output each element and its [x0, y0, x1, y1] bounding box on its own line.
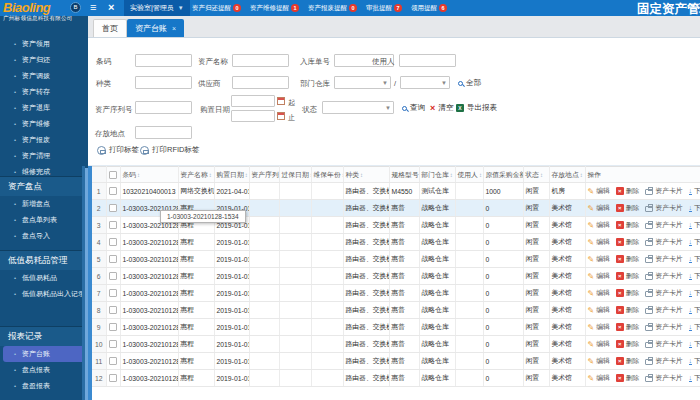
- asset-name-input[interactable]: [232, 54, 289, 67]
- nav-borrow-reminder[interactable]: 领用提醒6: [411, 4, 447, 13]
- delete-button[interactable]: ×删除: [616, 237, 640, 247]
- nav-approval-reminder[interactable]: 审批提醒7: [366, 4, 402, 13]
- table-row[interactable]: 7 1-03003-20210128-15 惠程 2019-01-01 路由器、…: [92, 285, 700, 302]
- table-row[interactable]: 1 10320210400013 网络交换机 2021-04-01 路由器、交换…: [92, 183, 700, 200]
- download-button[interactable]: ↓下载: [689, 203, 700, 213]
- table-row[interactable]: 9 1-03003-20210128-15 惠程 2019-01-01 路由器、…: [92, 319, 700, 336]
- print-rfid-label-button[interactable]: 打印RFID标签: [140, 145, 200, 155]
- download-button[interactable]: ↓下载: [689, 288, 700, 298]
- delete-button[interactable]: ×删除: [616, 356, 640, 366]
- download-button[interactable]: ↓下载: [689, 237, 700, 247]
- download-button[interactable]: ↓下载: [689, 373, 700, 383]
- sidebar-item[interactable]: 盘点导入: [0, 228, 88, 244]
- date-from-input[interactable]: [231, 95, 275, 107]
- edit-button[interactable]: ✎编辑: [588, 203, 610, 213]
- status-select[interactable]: ▼: [322, 101, 394, 114]
- asset-card-button[interactable]: 资产卡片: [645, 288, 682, 298]
- supplier-input[interactable]: [232, 76, 289, 89]
- warehouse-select[interactable]: ▼: [400, 76, 450, 89]
- collapse-close-icon[interactable]: ×: [108, 2, 114, 13]
- delete-button[interactable]: ×删除: [616, 339, 640, 349]
- row-checkbox[interactable]: [106, 285, 120, 302]
- download-button[interactable]: ↓下载: [689, 322, 700, 332]
- asset-card-button[interactable]: 资产卡片: [645, 271, 682, 281]
- row-checkbox[interactable]: [106, 183, 120, 200]
- sidebar-item[interactable]: 资产转存: [0, 84, 88, 100]
- calendar-icon[interactable]: [277, 112, 285, 120]
- edit-button[interactable]: ✎编辑: [588, 356, 610, 366]
- edit-button[interactable]: ✎编辑: [588, 373, 610, 383]
- sidebar-item[interactable]: 盘点单列表: [0, 212, 88, 228]
- edit-button[interactable]: ✎编辑: [588, 186, 610, 196]
- col-kind[interactable]: 种类↕: [343, 167, 389, 183]
- dept-select[interactable]: ▼: [334, 76, 391, 89]
- col-barcode[interactable]: 条码↕: [120, 167, 178, 183]
- table-row[interactable]: 5 1-03003-20210128-15 惠程 2019-01-01 路由器、…: [92, 251, 700, 268]
- row-checkbox[interactable]: [106, 336, 120, 353]
- nav-asset-repair-reminder[interactable]: 资产维修提醒1: [250, 4, 299, 13]
- calendar-icon[interactable]: [277, 97, 285, 105]
- sidebar-item[interactable]: 新增盘点: [0, 196, 88, 212]
- col-purchase-date[interactable]: 购置日期↕: [214, 167, 249, 183]
- sidebar-item[interactable]: 盘点报表: [0, 362, 88, 378]
- row-checkbox[interactable]: [106, 302, 120, 319]
- edit-button[interactable]: ✎编辑: [588, 237, 610, 247]
- col-asset-name[interactable]: 资产名称↕: [178, 167, 214, 183]
- sidebar-scrollbar[interactable]: [85, 168, 88, 400]
- asset-card-button[interactable]: 资产卡片: [645, 203, 682, 213]
- edit-button[interactable]: ✎编辑: [588, 339, 610, 349]
- asset-card-button[interactable]: 资产卡片: [645, 373, 682, 383]
- table-row[interactable]: 10 1-03003-20210128-15 惠程 2019-01-01 路由器…: [92, 336, 700, 353]
- delete-button[interactable]: ×删除: [616, 220, 640, 230]
- download-button[interactable]: ↓下载: [689, 186, 700, 196]
- serial-input[interactable]: [135, 101, 192, 114]
- asset-card-button[interactable]: 资产卡片: [645, 305, 682, 315]
- tab-close-icon[interactable]: ×: [172, 25, 176, 32]
- sidebar-item[interactable]: 资产维修: [0, 116, 88, 132]
- delete-button[interactable]: ×删除: [616, 373, 640, 383]
- edit-button[interactable]: ✎编辑: [588, 220, 610, 230]
- nav-asset-scrap-reminder[interactable]: 资产报废提醒0: [308, 4, 357, 13]
- sidebar-item[interactable]: 低值易耗品: [0, 270, 88, 286]
- row-checkbox[interactable]: [106, 200, 120, 217]
- row-checkbox[interactable]: [106, 234, 120, 251]
- asset-card-button[interactable]: 资产卡片: [645, 254, 682, 264]
- download-button[interactable]: ↓下载: [689, 339, 700, 349]
- col-maintenance-year[interactable]: 维保年份↕: [311, 167, 343, 183]
- download-button[interactable]: ↓下载: [689, 271, 700, 281]
- asset-card-button[interactable]: 资产卡片: [645, 186, 682, 196]
- sidebar-item[interactable]: 资产清理: [0, 148, 88, 164]
- asset-card-button[interactable]: 资产卡片: [645, 356, 682, 366]
- sidebar-item[interactable]: 盘盈报表: [0, 378, 88, 394]
- sidebar-item[interactable]: 低值易耗品出入记录: [0, 286, 88, 302]
- row-checkbox[interactable]: [106, 353, 120, 370]
- download-button[interactable]: ↓下载: [689, 305, 700, 315]
- col-serial[interactable]: 资产序列号: [249, 167, 279, 183]
- row-checkbox[interactable]: [106, 319, 120, 336]
- edit-button[interactable]: ✎编辑: [588, 322, 610, 332]
- download-button[interactable]: ↓下载: [689, 356, 700, 366]
- nav-asset-return-reminder[interactable]: 资产归还提醒0: [192, 4, 241, 13]
- delete-button[interactable]: ×删除: [616, 288, 640, 298]
- sidebar-item[interactable]: 资产调拨: [0, 68, 88, 84]
- download-button[interactable]: ↓下载: [689, 254, 700, 264]
- delete-button[interactable]: ×删除: [616, 203, 640, 213]
- delete-button[interactable]: ×删除: [616, 271, 640, 281]
- delete-button[interactable]: ×删除: [616, 322, 640, 332]
- table-row[interactable]: 6 1-03003-20210128-15 惠程 2019-01-01 路由器、…: [92, 268, 700, 285]
- all-button[interactable]: 全部: [458, 78, 481, 88]
- location-input[interactable]: [135, 126, 192, 139]
- edit-button[interactable]: ✎编辑: [588, 271, 610, 281]
- tab-home[interactable]: 首页: [93, 19, 127, 37]
- select-all-checkbox[interactable]: [106, 167, 120, 183]
- edit-button[interactable]: ✎编辑: [588, 305, 610, 315]
- edit-button[interactable]: ✎编辑: [588, 288, 610, 298]
- sidebar-item-asset-ledger-selected[interactable]: 资产台账: [3, 346, 85, 362]
- edit-button[interactable]: ✎编辑: [588, 254, 610, 264]
- table-row[interactable]: 4 1-03003-20210128-15 惠程 2019-01-01 路由器、…: [92, 234, 700, 251]
- sidebar-item[interactable]: 资产领用: [0, 36, 88, 52]
- barcode-input[interactable]: [135, 54, 192, 67]
- delete-button[interactable]: ×删除: [616, 305, 640, 315]
- delete-button[interactable]: ×删除: [616, 186, 640, 196]
- col-user[interactable]: 使用人↕: [455, 167, 483, 183]
